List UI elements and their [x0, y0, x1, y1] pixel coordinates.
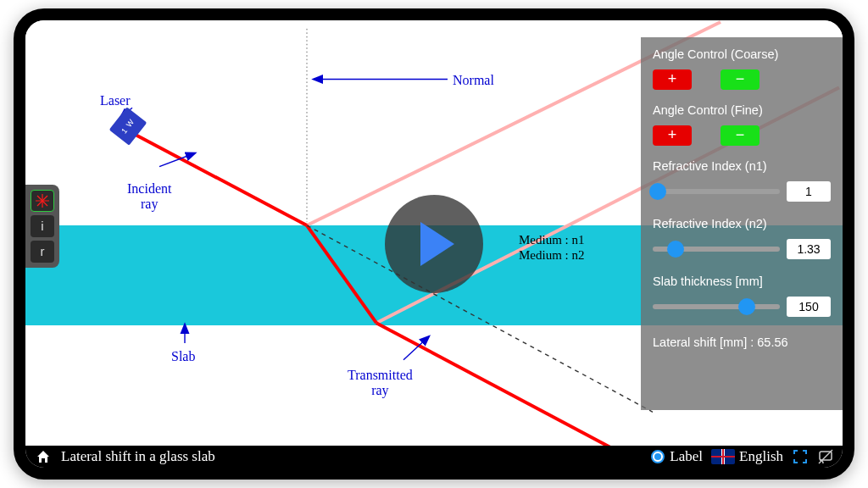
angle-coarse-minus-button[interactable]: −	[721, 69, 760, 90]
laser-toggle-button[interactable]	[31, 190, 54, 212]
play-overlay-button[interactable]	[385, 195, 483, 293]
thickness-title: Slab thickness [mm]	[653, 274, 831, 288]
laser-label: Laser	[100, 93, 131, 108]
thickness-value: 150	[787, 297, 831, 317]
angle-fine-title: Angle Control (Fine)	[653, 103, 831, 117]
transmitted-ray-label: Transmitted ray	[348, 368, 413, 397]
angle-coarse-title: Angle Control (Coarse)	[653, 47, 831, 61]
play-icon	[420, 222, 454, 266]
n1-slider[interactable]	[653, 189, 780, 194]
home-button[interactable]	[34, 447, 53, 466]
laser-power-label: 1 W	[120, 117, 136, 135]
fullscreen-button[interactable]	[792, 448, 809, 465]
cast-off-icon	[818, 449, 833, 464]
svg-line-3	[132, 133, 307, 225]
label-toggle-text: Label	[670, 448, 703, 465]
svg-line-10	[403, 336, 429, 360]
cast-button[interactable]	[817, 448, 834, 465]
angle-r-button[interactable]: r	[31, 241, 54, 263]
n1-title: Refractive Index (n1)	[653, 159, 831, 173]
device-frame: 1 W Laser Incident ray Slab Transmitted …	[14, 8, 854, 480]
n1-slider-thumb[interactable]	[649, 183, 666, 200]
medium-labels: Medium : n1 Medium : n2	[519, 232, 585, 263]
laser-device: 1 W	[109, 107, 147, 145]
laser-star-icon	[35, 193, 50, 208]
svg-line-8	[159, 153, 195, 167]
language-label: English	[739, 448, 783, 465]
thickness-slider-thumb[interactable]	[738, 298, 755, 315]
n2-title: Refractive Index (n2)	[653, 217, 831, 230]
incident-ray-label: Incident ray	[127, 181, 171, 211]
language-selector[interactable]: English	[711, 448, 783, 465]
control-panel: Angle Control (Coarse) + − Angle Control…	[641, 37, 843, 410]
angle-i-button[interactable]: i	[31, 215, 54, 237]
n2-slider-thumb[interactable]	[667, 241, 684, 258]
angle-coarse-plus-button[interactable]: +	[653, 69, 692, 90]
left-toolbar: i r	[25, 185, 59, 268]
bottom-bar: Lateral shift in a glass slab Label Engl…	[25, 446, 843, 468]
n1-value: 1	[787, 181, 831, 202]
uk-flag-icon	[711, 449, 735, 464]
home-icon	[36, 449, 51, 464]
fullscreen-icon	[793, 450, 807, 463]
lateral-shift-readout: Lateral shift [mm] : 65.56	[653, 336, 831, 349]
n2-slider[interactable]	[653, 247, 780, 252]
thickness-slider[interactable]	[653, 304, 780, 309]
label-toggle[interactable]: Label	[651, 448, 703, 465]
page-title: Lateral shift in a glass slab	[61, 448, 215, 465]
n2-value: 1.33	[787, 239, 831, 259]
radio-icon	[651, 450, 665, 463]
normal-label: Normal	[453, 73, 494, 88]
slab-label: Slab	[171, 349, 195, 364]
angle-fine-minus-button[interactable]: −	[721, 125, 760, 146]
angle-fine-plus-button[interactable]: +	[653, 125, 692, 146]
